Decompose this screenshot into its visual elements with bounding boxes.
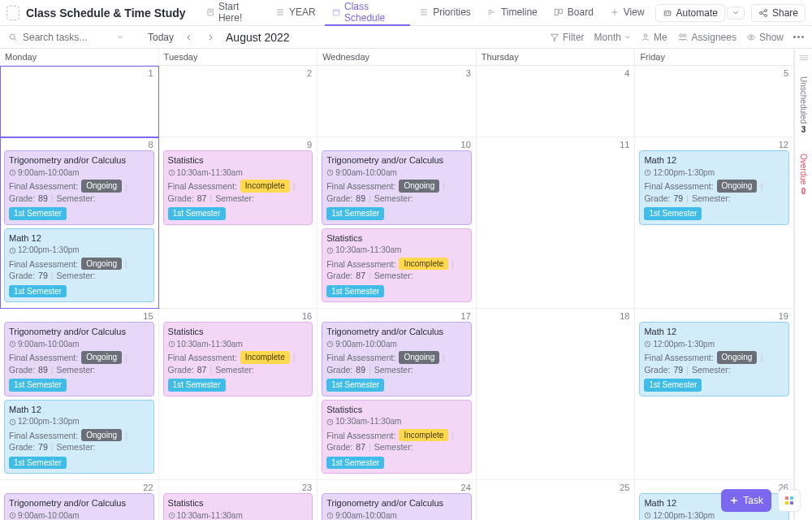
date-number: 2 <box>307 68 312 78</box>
svg-point-14 <box>750 36 752 37</box>
status-pill: Ongoing <box>81 429 122 442</box>
clock-icon <box>326 512 334 519</box>
calendar-event[interactable]: Statistics 10:30am-11:30am Final Assessm… <box>163 322 313 396</box>
calendar-cell[interactable]: 3 <box>317 66 477 137</box>
calendar-event[interactable]: Statistics 10:30am-11:30am Final Assessm… <box>322 400 472 474</box>
calendar-cell[interactable]: 18 <box>477 309 636 480</box>
calendar-cell[interactable]: 9 Statistics 10:30am-11:30am Final Asses… <box>159 137 318 309</box>
event-time: 10:30am-11:30am <box>326 416 467 427</box>
prev-month-button[interactable] <box>184 32 195 43</box>
grade-label: Grade: <box>326 441 352 453</box>
calendar-cell[interactable]: 23 Statistics 10:30am-11:30am Final Asse… <box>159 480 318 520</box>
day-header: Thursday <box>477 49 636 65</box>
calendar-cell[interactable]: 19 Math 12 12:00pm-1:30pm Final Assessme… <box>635 309 794 480</box>
tab-class-schedule[interactable]: Class Schedule <box>325 0 411 26</box>
calendar-event[interactable]: Math 12 12:00pm-1:30pm Final Assessment:… <box>4 228 154 303</box>
calendar-event[interactable]: Math 12 12:00pm-1:30pm Final Assessment:… <box>639 150 789 225</box>
new-task-button[interactable]: Task <box>721 489 771 512</box>
assessment-label: Final Assessment: <box>326 352 395 363</box>
clock-icon <box>168 169 175 176</box>
calendar-cell[interactable]: 1 <box>0 66 159 137</box>
assessment-label: Final Assessment: <box>168 352 237 363</box>
overdue-label[interactable]: Overdue <box>799 154 808 184</box>
calendar-cell[interactable]: 17 Trigonometry and/or Calculus 9:00am-1… <box>317 309 477 480</box>
event-title: Trigonometry and/or Calculus <box>326 497 467 509</box>
calendar-cell[interactable]: 12 Math 12 12:00pm-1:30pm Final Assessme… <box>635 137 794 309</box>
unscheduled-label[interactable]: Unscheduled <box>799 76 808 124</box>
calendar-event[interactable]: Trigonometry and/or Calculus 9:00am-10:0… <box>4 322 154 396</box>
automate-dropdown[interactable] <box>727 6 745 20</box>
calendar-event[interactable]: Trigonometry and/or Calculus 9:00am-10:0… <box>4 493 154 520</box>
dots-icon <box>793 36 804 38</box>
tab-year[interactable]: YEAR <box>268 0 323 26</box>
calendar-event[interactable]: Trigonometry and/or Calculus 9:00am-10:0… <box>322 322 472 396</box>
today-button[interactable]: Today <box>148 32 174 43</box>
semester-pill: 1st Semester <box>326 379 384 392</box>
svg-point-13 <box>683 33 685 36</box>
semester-pill: 1st Semester <box>644 379 702 392</box>
grade-value: 89 <box>356 364 365 375</box>
event-title: Statistics <box>168 497 309 509</box>
calendar-cell[interactable]: 25 <box>477 480 636 520</box>
event-time: 10:30am-11:30am <box>168 167 309 179</box>
task-button-label: Task <box>743 495 763 506</box>
me-filter[interactable]: Me <box>641 32 667 43</box>
date-number: 18 <box>620 311 629 321</box>
semester-pill: 1st Semester <box>9 379 67 392</box>
event-time: 9:00am-10:00am <box>326 510 467 520</box>
event-title: Trigonometry and/or Calculus <box>9 154 149 167</box>
status-pill: Incomplete <box>240 351 290 364</box>
calendar-cell[interactable]: 22 Trigonometry and/or Calculus 9:00am-1… <box>0 480 159 520</box>
calendar-event[interactable]: Math 12 12:00pm-1:30pm Final Assessment:… <box>639 322 789 396</box>
calendar-event[interactable]: Statistics 10:30am-11:30am Final Assessm… <box>163 493 313 520</box>
status-pill: Ongoing <box>81 351 122 364</box>
calendar-cell[interactable]: 2 <box>159 66 318 137</box>
calendar-event[interactable]: Statistics 10:30am-11:30am Final Assessm… <box>163 150 313 225</box>
view-mode-dropdown[interactable]: Month <box>594 32 631 43</box>
automate-button[interactable]: Automate <box>655 4 725 22</box>
tab-priorities[interactable]: Priorities <box>412 0 478 26</box>
event-time: 12:00pm-1:30pm <box>644 339 784 350</box>
calendar-cell[interactable]: 11 <box>477 137 636 309</box>
grade-value: 79 <box>674 193 684 204</box>
calendar-event[interactable]: Trigonometry and/or Calculus 9:00am-10:0… <box>322 150 472 225</box>
filter-button[interactable]: Filter <box>550 32 585 43</box>
event-title: Statistics <box>326 232 467 245</box>
lines-icon[interactable] <box>799 54 809 62</box>
grade-value: 87 <box>356 441 365 453</box>
calendar-cell[interactable]: 15 Trigonometry and/or Calculus 9:00am-1… <box>0 309 159 480</box>
next-month-button[interactable] <box>205 32 216 43</box>
calendar-event[interactable]: Statistics 10:30am-11:30am Final Assessm… <box>322 228 472 303</box>
date-number: 1 <box>148 68 153 78</box>
assignees-filter[interactable]: Assignees <box>677 32 736 43</box>
apps-button[interactable] <box>778 489 801 512</box>
grade-label: Grade: <box>9 193 35 204</box>
date-number: 4 <box>624 68 629 78</box>
tab-board[interactable]: Board <box>546 0 601 26</box>
show-dropdown[interactable]: Show <box>746 32 784 43</box>
calendar-event[interactable]: Trigonometry and/or Calculus 9:00am-10:0… <box>4 150 154 225</box>
chevron-down-icon[interactable] <box>117 34 123 41</box>
date-number: 16 <box>302 311 312 321</box>
calendar-cell[interactable]: 8 Trigonometry and/or Calculus 9:00am-10… <box>0 137 159 309</box>
share-button[interactable]: Share <box>751 4 806 22</box>
tab-timeline[interactable]: Timeline <box>480 0 545 26</box>
more-menu[interactable] <box>793 36 804 38</box>
calendar-cell[interactable]: 10 Trigonometry and/or Calculus 9:00am-1… <box>317 137 477 309</box>
tab-start-here[interactable]: Start Here! <box>199 0 266 26</box>
semester-label: Semester: <box>374 193 413 204</box>
calendar-cell[interactable]: 5 <box>635 66 794 137</box>
clock-icon <box>326 340 334 348</box>
calendar-cell[interactable]: 24 Trigonometry and/or Calculus 9:00am-1… <box>317 480 477 520</box>
tab-add-view[interactable]: View <box>603 0 652 26</box>
search-input[interactable] <box>23 32 112 43</box>
svg-rect-3 <box>559 9 563 13</box>
calendar-cell[interactable]: 4 <box>477 66 636 137</box>
event-title: Math 12 <box>9 404 149 416</box>
share-label: Share <box>772 7 798 19</box>
calendar-cell[interactable]: 16 Statistics 10:30am-11:30am Final Asse… <box>159 309 318 480</box>
calendar-event[interactable]: Math 12 12:00pm-1:30pm Final Assessment:… <box>4 400 154 474</box>
date-number: 5 <box>784 68 788 78</box>
calendar-event[interactable]: Trigonometry and/or Calculus 9:00am-10:0… <box>322 493 472 520</box>
calendar-grid: 123458 Trigonometry and/or Calculus 9:00… <box>0 66 794 520</box>
